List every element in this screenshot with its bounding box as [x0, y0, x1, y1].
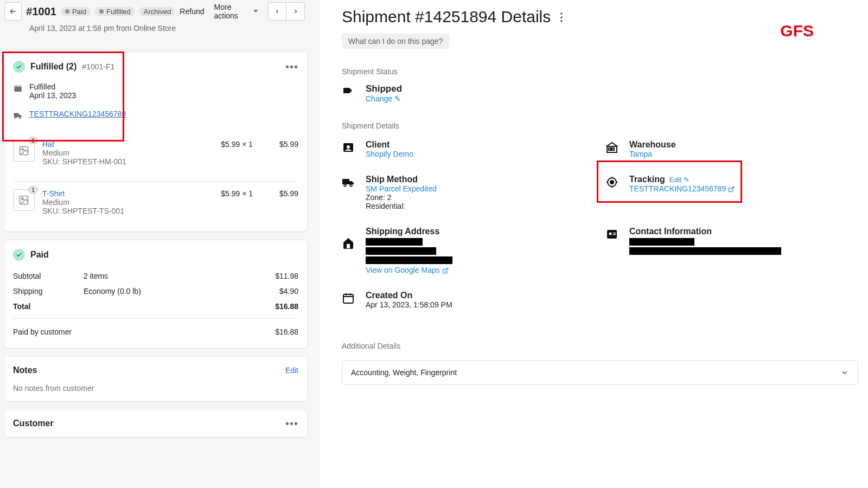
fulfillment-overflow-menu[interactable]: ••• [285, 65, 298, 69]
tracking-target-icon [605, 176, 620, 189]
order-number: #1001 [26, 5, 56, 18]
total-row: Total $16.88 [13, 299, 298, 314]
notes-title: Notes [13, 365, 37, 375]
back-button[interactable] [4, 2, 22, 21]
warehouse-label: Warehouse [629, 140, 676, 150]
refund-button[interactable]: Refund [180, 7, 204, 16]
svg-point-2 [15, 117, 16, 119]
subtotal-row: Subtotal 2 items $11.98 [13, 268, 298, 284]
caret-down-icon [253, 9, 258, 14]
help-hint-button[interactable]: What can I do on this page? [342, 34, 449, 49]
arrow-left-icon [9, 7, 17, 16]
svg-rect-12 [612, 148, 614, 150]
page-overflow-menu[interactable]: ⋮ [556, 10, 567, 23]
change-status-link[interactable]: Change✎ [366, 94, 401, 103]
qty-badge: 1 [28, 137, 38, 144]
client-label: Client [366, 140, 413, 150]
fulfillment-id: #1001-F1 [82, 62, 114, 71]
calendar-icon [342, 292, 356, 305]
external-link-icon [442, 267, 449, 274]
order-timestamp: April 13, 2023 at 1:58 pm from Online St… [4, 21, 305, 33]
status-section-label: Shipment Status [342, 67, 858, 76]
chevron-left-icon [274, 8, 280, 15]
svg-point-13 [344, 184, 346, 187]
ship-method-label: Ship Method [366, 175, 437, 184]
prev-order-button[interactable] [268, 2, 286, 21]
ship-method-link[interactable]: SM Parcel Expedited [366, 184, 437, 193]
customer-overflow-menu[interactable]: ••• [285, 421, 298, 426]
archived-badge: Archived [139, 7, 176, 16]
product-sku: SKU: SHPTEST-HM-001 [42, 157, 191, 166]
svg-point-3 [19, 117, 21, 119]
warehouse-link[interactable]: Tampa [629, 150, 652, 158]
warehouse-icon [605, 141, 620, 154]
svg-rect-22 [343, 294, 353, 303]
tracking-link[interactable]: TESTTRACKING123456789 [29, 110, 126, 118]
details-section-label: Shipment Details [342, 121, 858, 130]
contact-icon [605, 228, 620, 241]
pencil-icon: ✎ [394, 94, 401, 103]
redacted-line [366, 247, 436, 255]
svg-point-19 [609, 233, 612, 235]
shipping-address-label: Shipping Address [366, 227, 452, 236]
customer-title: Customer [13, 419, 54, 428]
gfs-label: GFS [780, 22, 814, 40]
paid-title: Paid [30, 250, 49, 260]
redacted-line [629, 247, 781, 255]
paid-by-row: Paid by customer $16.88 [13, 318, 298, 339]
product-name-link[interactable]: T-Shirt [42, 189, 65, 198]
additional-details-label: Additional Details [342, 342, 858, 350]
fulfillment-status-text: Fulfilled [29, 82, 76, 91]
client-icon [342, 141, 356, 154]
qty-badge: 1 [28, 186, 38, 194]
google-maps-link[interactable]: View on Google Maps [366, 266, 449, 274]
more-actions-menu[interactable]: More actions [214, 3, 258, 20]
tracking-number-link[interactable]: TESTTRACKING123456789 [629, 184, 735, 193]
truck-solid-icon [342, 176, 356, 189]
product-variant: Medium [42, 149, 191, 157]
fulfilled-status-icon [13, 61, 25, 73]
redacted-line [629, 238, 694, 246]
product-variant: Medium [42, 198, 191, 207]
notes-empty-text: No notes from customer [13, 384, 298, 393]
line-item: 1 T-Shirt Medium SKU: SHPTEST-TS-001 $5.… [13, 181, 298, 223]
fulfillment-date: April 13, 2023 [29, 91, 76, 100]
home-icon [342, 236, 356, 249]
svg-rect-1 [14, 85, 22, 87]
redacted-line [366, 256, 452, 264]
item-unit-price: $5.99 × 1 [199, 140, 253, 149]
additional-details-accordion[interactable]: Accounting, Weight, Fingerprint [342, 360, 858, 385]
paid-status-icon [13, 249, 25, 261]
item-unit-price: $5.99 × 1 [199, 189, 253, 198]
created-on-value: Apr 13, 2023, 1:58:09 PM [366, 300, 452, 309]
svg-point-9 [347, 145, 350, 149]
next-order-button[interactable] [286, 2, 305, 21]
svg-point-15 [610, 181, 614, 184]
svg-rect-0 [14, 87, 22, 92]
client-link[interactable]: Shopify Demo [366, 150, 413, 158]
svg-rect-11 [609, 148, 611, 150]
product-sku: SKU: SHPTEST-TS-001 [42, 207, 191, 215]
line-item: 1 Hat Medium SKU: SHPTEST-HM-001 $5.99 ×… [13, 132, 298, 174]
edit-notes-button[interactable]: Edit [285, 366, 298, 375]
fulfilled-title: Fulfilled (2) [30, 62, 76, 72]
tracking-label: Tracking Edit ✎ [629, 175, 735, 184]
item-line-total: $5.99 [260, 189, 298, 198]
paid-badge: Paid [61, 7, 91, 16]
svg-point-7 [22, 198, 23, 200]
image-icon [18, 195, 29, 206]
edit-tracking-link[interactable]: Edit ✎ [669, 176, 690, 184]
page-title: Shipment #14251894 Details [342, 8, 551, 26]
shipment-status-value: Shipped [366, 84, 402, 94]
svg-point-5 [22, 149, 23, 150]
product-name-link[interactable]: Hat [42, 140, 54, 149]
redacted-line [366, 238, 423, 246]
svg-rect-21 [613, 234, 616, 235]
tag-icon [342, 85, 356, 98]
created-on-label: Created On [366, 291, 452, 300]
chevron-right-icon [292, 8, 299, 15]
pencil-icon: ✎ [684, 176, 690, 184]
svg-rect-17 [347, 244, 350, 248]
image-icon [18, 145, 29, 156]
item-line-total: $5.99 [260, 140, 298, 149]
